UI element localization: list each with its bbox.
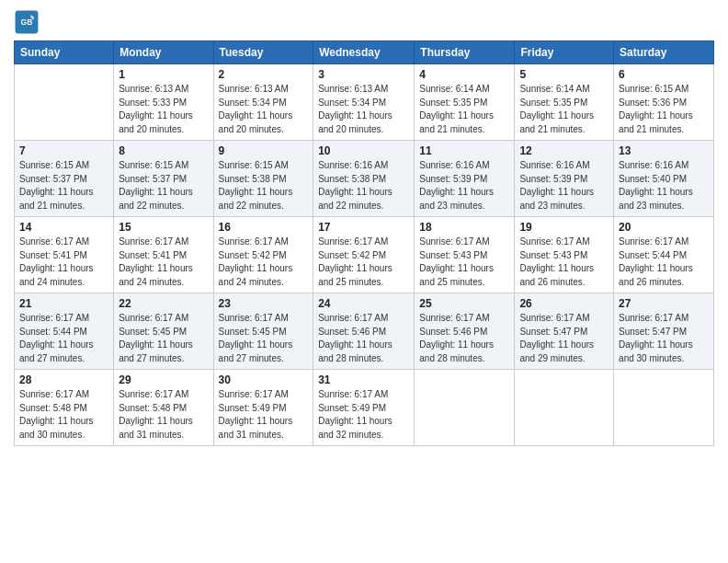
day-cell: 28Sunrise: 6:17 AMSunset: 5:48 PMDayligh… xyxy=(15,370,114,446)
day-number: 15 xyxy=(119,221,208,234)
day-cell: 21Sunrise: 6:17 AMSunset: 5:44 PMDayligh… xyxy=(15,293,114,370)
day-number: 17 xyxy=(318,221,409,234)
day-number: 2 xyxy=(219,68,309,81)
weekday-tuesday: Tuesday xyxy=(213,41,313,64)
header: GB xyxy=(14,9,714,35)
day-info: Sunrise: 6:17 AMSunset: 5:43 PMDaylight:… xyxy=(519,236,609,289)
day-info: Sunrise: 6:17 AMSunset: 5:47 PMDaylight:… xyxy=(519,312,609,365)
day-cell: 29Sunrise: 6:17 AMSunset: 5:48 PMDayligh… xyxy=(114,370,213,446)
week-row-4: 28Sunrise: 6:17 AMSunset: 5:48 PMDayligh… xyxy=(15,370,714,446)
weekday-sunday: Sunday xyxy=(15,41,114,64)
day-cell: 27Sunrise: 6:17 AMSunset: 5:47 PMDayligh… xyxy=(614,293,714,370)
day-number: 20 xyxy=(619,221,709,234)
day-info: Sunrise: 6:17 AMSunset: 5:42 PMDaylight:… xyxy=(318,236,409,289)
day-number: 22 xyxy=(119,297,208,310)
main-container: GB SundayMondayTuesdayWednesdayThursdayF… xyxy=(0,0,728,455)
day-number: 10 xyxy=(318,144,409,157)
day-info: Sunrise: 6:17 AMSunset: 5:41 PMDaylight:… xyxy=(119,236,208,289)
day-info: Sunrise: 6:14 AMSunset: 5:35 PMDaylight:… xyxy=(419,83,509,136)
day-info: Sunrise: 6:17 AMSunset: 5:42 PMDaylight:… xyxy=(219,236,309,289)
day-cell xyxy=(15,64,114,141)
day-cell: 22Sunrise: 6:17 AMSunset: 5:45 PMDayligh… xyxy=(114,293,213,370)
weekday-friday: Friday xyxy=(515,41,614,64)
weekday-monday: Monday xyxy=(114,41,213,64)
day-cell: 14Sunrise: 6:17 AMSunset: 5:41 PMDayligh… xyxy=(15,217,114,293)
calendar-table: SundayMondayTuesdayWednesdayThursdayFrid… xyxy=(14,40,714,446)
day-info: Sunrise: 6:17 AMSunset: 5:46 PMDaylight:… xyxy=(318,312,409,365)
day-info: Sunrise: 6:17 AMSunset: 5:49 PMDaylight:… xyxy=(318,388,409,442)
day-info: Sunrise: 6:15 AMSunset: 5:36 PMDaylight:… xyxy=(619,83,709,136)
day-number: 25 xyxy=(419,297,509,310)
day-info: Sunrise: 6:15 AMSunset: 5:38 PMDaylight:… xyxy=(219,159,309,213)
day-cell: 3Sunrise: 6:13 AMSunset: 5:34 PMDaylight… xyxy=(313,64,415,141)
day-cell: 7Sunrise: 6:15 AMSunset: 5:37 PMDaylight… xyxy=(15,141,114,217)
day-info: Sunrise: 6:13 AMSunset: 5:33 PMDaylight:… xyxy=(119,83,208,136)
day-number: 26 xyxy=(519,297,609,310)
day-cell: 5Sunrise: 6:14 AMSunset: 5:35 PMDaylight… xyxy=(515,64,614,141)
day-cell: 13Sunrise: 6:16 AMSunset: 5:40 PMDayligh… xyxy=(614,141,714,217)
day-number: 8 xyxy=(119,144,208,157)
day-info: Sunrise: 6:17 AMSunset: 5:45 PMDaylight:… xyxy=(219,312,309,365)
week-row-2: 14Sunrise: 6:17 AMSunset: 5:41 PMDayligh… xyxy=(15,217,714,293)
day-number: 13 xyxy=(619,144,709,157)
day-cell: 25Sunrise: 6:17 AMSunset: 5:46 PMDayligh… xyxy=(415,293,515,370)
day-number: 7 xyxy=(19,144,108,157)
day-number: 31 xyxy=(318,373,409,386)
day-cell: 15Sunrise: 6:17 AMSunset: 5:41 PMDayligh… xyxy=(114,217,213,293)
day-info: Sunrise: 6:16 AMSunset: 5:39 PMDaylight:… xyxy=(519,159,609,213)
day-info: Sunrise: 6:13 AMSunset: 5:34 PMDaylight:… xyxy=(318,83,409,136)
day-cell: 17Sunrise: 6:17 AMSunset: 5:42 PMDayligh… xyxy=(313,217,415,293)
day-number: 6 xyxy=(619,68,709,81)
day-info: Sunrise: 6:17 AMSunset: 5:46 PMDaylight:… xyxy=(419,312,509,365)
day-cell: 11Sunrise: 6:16 AMSunset: 5:39 PMDayligh… xyxy=(415,141,515,217)
day-number: 24 xyxy=(318,297,409,310)
day-info: Sunrise: 6:17 AMSunset: 5:41 PMDaylight:… xyxy=(19,236,108,289)
day-number: 16 xyxy=(219,221,309,234)
day-number: 27 xyxy=(619,297,709,310)
day-info: Sunrise: 6:17 AMSunset: 5:47 PMDaylight:… xyxy=(619,312,709,365)
day-info: Sunrise: 6:17 AMSunset: 5:43 PMDaylight:… xyxy=(419,236,509,289)
day-cell: 19Sunrise: 6:17 AMSunset: 5:43 PMDayligh… xyxy=(515,217,614,293)
weekday-saturday: Saturday xyxy=(614,41,714,64)
logo: GB xyxy=(14,9,43,35)
day-info: Sunrise: 6:16 AMSunset: 5:39 PMDaylight:… xyxy=(419,159,509,213)
day-cell: 4Sunrise: 6:14 AMSunset: 5:35 PMDaylight… xyxy=(415,64,515,141)
day-cell: 23Sunrise: 6:17 AMSunset: 5:45 PMDayligh… xyxy=(213,293,313,370)
svg-text:GB: GB xyxy=(21,17,33,27)
day-info: Sunrise: 6:17 AMSunset: 5:48 PMDaylight:… xyxy=(119,388,208,442)
day-number: 4 xyxy=(419,68,509,81)
day-info: Sunrise: 6:16 AMSunset: 5:40 PMDaylight:… xyxy=(619,159,709,213)
day-info: Sunrise: 6:17 AMSunset: 5:44 PMDaylight:… xyxy=(619,236,709,289)
day-cell: 30Sunrise: 6:17 AMSunset: 5:49 PMDayligh… xyxy=(213,370,313,446)
day-cell: 20Sunrise: 6:17 AMSunset: 5:44 PMDayligh… xyxy=(614,217,714,293)
day-info: Sunrise: 6:15 AMSunset: 5:37 PMDaylight:… xyxy=(119,159,208,213)
day-number: 21 xyxy=(19,297,108,310)
day-number: 12 xyxy=(519,144,609,157)
day-cell: 18Sunrise: 6:17 AMSunset: 5:43 PMDayligh… xyxy=(415,217,515,293)
day-number: 18 xyxy=(419,221,509,234)
week-row-0: 1Sunrise: 6:13 AMSunset: 5:33 PMDaylight… xyxy=(15,64,714,141)
day-info: Sunrise: 6:17 AMSunset: 5:49 PMDaylight:… xyxy=(219,388,309,442)
day-cell: 31Sunrise: 6:17 AMSunset: 5:49 PMDayligh… xyxy=(313,370,415,446)
day-number: 29 xyxy=(119,373,208,386)
day-cell: 9Sunrise: 6:15 AMSunset: 5:38 PMDaylight… xyxy=(213,141,313,217)
weekday-wednesday: Wednesday xyxy=(313,41,415,64)
day-cell: 26Sunrise: 6:17 AMSunset: 5:47 PMDayligh… xyxy=(515,293,614,370)
day-info: Sunrise: 6:17 AMSunset: 5:48 PMDaylight:… xyxy=(19,388,108,442)
day-cell: 8Sunrise: 6:15 AMSunset: 5:37 PMDaylight… xyxy=(114,141,213,217)
day-cell xyxy=(415,370,515,446)
day-number: 23 xyxy=(219,297,309,310)
weekday-thursday: Thursday xyxy=(415,41,515,64)
day-cell: 2Sunrise: 6:13 AMSunset: 5:34 PMDaylight… xyxy=(213,64,313,141)
day-number: 3 xyxy=(318,68,409,81)
day-cell: 1Sunrise: 6:13 AMSunset: 5:33 PMDaylight… xyxy=(114,64,213,141)
day-info: Sunrise: 6:13 AMSunset: 5:34 PMDaylight:… xyxy=(219,83,309,136)
week-row-1: 7Sunrise: 6:15 AMSunset: 5:37 PMDaylight… xyxy=(15,141,714,217)
day-info: Sunrise: 6:16 AMSunset: 5:38 PMDaylight:… xyxy=(318,159,409,213)
day-number: 19 xyxy=(519,221,609,234)
day-cell xyxy=(515,370,614,446)
day-cell: 24Sunrise: 6:17 AMSunset: 5:46 PMDayligh… xyxy=(313,293,415,370)
day-number: 1 xyxy=(119,68,208,81)
day-number: 9 xyxy=(219,144,309,157)
day-info: Sunrise: 6:15 AMSunset: 5:37 PMDaylight:… xyxy=(19,159,108,213)
